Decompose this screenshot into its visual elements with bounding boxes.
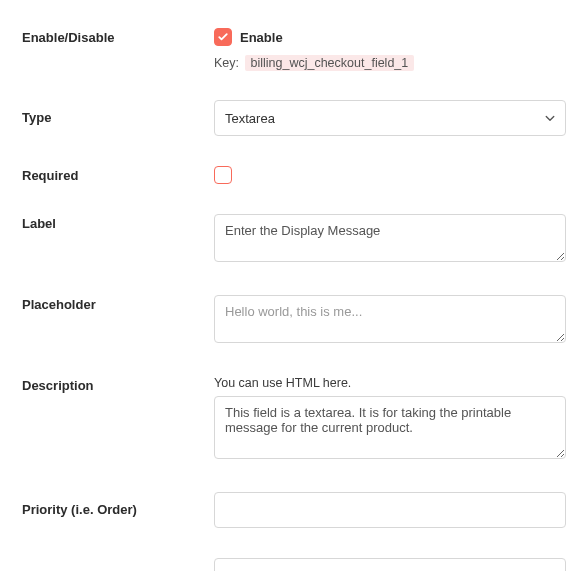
check-icon: [217, 31, 229, 43]
required-label: Required: [22, 166, 214, 183]
placeholder-field-label: Placeholder: [22, 295, 214, 312]
key-value: billing_wcj_checkout_field_1: [245, 55, 415, 71]
section-select[interactable]: Billing: [214, 558, 566, 571]
key-label: Key:: [214, 56, 239, 70]
description-hint: You can use HTML here.: [214, 376, 566, 390]
label-textarea[interactable]: [214, 214, 566, 262]
type-label: Type: [22, 100, 214, 125]
type-select-value: Textarea: [225, 111, 275, 126]
enable-disable-label: Enable/Disable: [22, 28, 214, 45]
enable-checkbox[interactable]: [214, 28, 232, 46]
priority-input[interactable]: [214, 492, 566, 528]
type-select[interactable]: Textarea: [214, 100, 566, 136]
description-field-label: Description: [22, 376, 214, 393]
label-field-label: Label: [22, 214, 214, 231]
required-checkbox[interactable]: [214, 166, 232, 184]
section-field-label: Section: [22, 558, 214, 571]
enable-checkbox-label: Enable: [240, 30, 283, 45]
placeholder-textarea[interactable]: [214, 295, 566, 343]
description-textarea[interactable]: [214, 396, 566, 459]
priority-field-label: Priority (i.e. Order): [22, 492, 214, 517]
